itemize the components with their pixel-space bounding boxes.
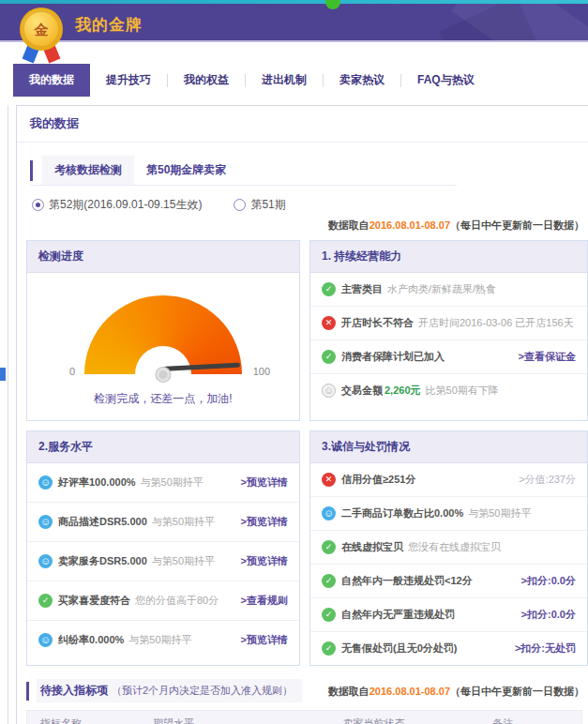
metric-row: ✓ 在线虚拟宝贝 您没有在线虚拟宝贝	[310, 530, 587, 564]
metric-detail: 您没有在线虚拟宝贝	[408, 540, 501, 554]
check-icon: ✓	[322, 540, 336, 554]
tab-seller-buzz[interactable]: 卖家热议	[324, 64, 400, 97]
col-header-remark: 备注	[430, 711, 581, 724]
check-icon: ✓	[322, 608, 336, 622]
metric-title: 开店时长不符合	[341, 316, 414, 330]
tab-entry-exit[interactable]: 进出机制	[246, 64, 323, 97]
metric-detail: 比第50期有下降	[426, 384, 499, 398]
check-icon: ✓	[322, 641, 336, 656]
smile-icon: ☺	[38, 633, 53, 647]
metric-title: 好评率100.000%	[58, 475, 136, 490]
metric-title: 自然年内无严重违规处罚	[341, 608, 455, 622]
deduction-link[interactable]: >扣分:0.0分	[521, 574, 576, 588]
metric-detail: 与第50期持平	[468, 506, 531, 520]
metric-title: 消费者保障计划已加入	[341, 350, 445, 364]
metric-row: ✕ 信用分值≥251分 >分值:237分	[310, 463, 587, 496]
metric-title: 信用分值≥251分	[341, 473, 415, 487]
col-header-indicator: 指标名称	[27, 711, 149, 724]
nav-tabs: 我的数据 提升技巧 我的权益 进出机制 卖家热议 FAQ与热议	[13, 64, 490, 97]
top-teal-strip	[0, 0, 588, 4]
page-title: 我的金牌	[75, 14, 143, 36]
subtab-assessment-check[interactable]: 考核数据检测	[42, 156, 134, 185]
metric-title: 交易金额	[341, 384, 383, 398]
panel-service-level: 2.服务水平 ☺ 好评率100.000% 与第50期持平 >预览详情 ☺ 商品描…	[26, 430, 300, 666]
radio-period52[interactable]	[32, 199, 44, 211]
metric-title: 卖家服务DSR5.000	[58, 554, 147, 568]
tab-my-data[interactable]: 我的数据	[13, 64, 90, 97]
metric-title: 无售假处罚(且无0分处罚)	[341, 641, 457, 656]
data-note-prefix: 数据取自	[328, 219, 369, 231]
page-left-border	[8, 105, 8, 724]
card-title: 我的数据	[17, 106, 588, 143]
metric-row: ✓ 买家喜爱度符合 您的分值高于80分 >查看规则	[27, 581, 299, 620]
preview-details-link[interactable]: >预览详情	[241, 554, 288, 568]
neutral-face-icon: ☺	[322, 384, 336, 398]
gauge-chart: 0 100	[84, 295, 242, 374]
metric-title: 商品描述DSR5.000	[58, 515, 147, 529]
metric-row: ☺ 好评率100.000% 与第50期持平 >预览详情	[27, 463, 299, 502]
view-deposit-link[interactable]: >查看保证金	[519, 350, 576, 364]
gauge-caption: 检测完成，还差一点，加油!	[27, 391, 299, 407]
metric-row: ✓ 消费者保障计划已加入 >查看保证金	[310, 339, 587, 373]
metric-row: ☺ 卖家服务DSR5.000 与第50期持平 >预览详情	[27, 541, 299, 581]
preview-details-link[interactable]: >预览详情	[241, 475, 288, 490]
table-header-row: 指标名称 期望水平 卖家当前状态 备注	[27, 711, 581, 724]
gauge-max-label: 100	[253, 366, 270, 377]
preview-details-link[interactable]: >预览详情	[241, 633, 288, 647]
pending-subtitle: （预计2个月内决定是否加入准入规则）	[112, 684, 293, 698]
deduction-link[interactable]: >扣分:无处罚	[515, 641, 576, 656]
metric-row: ✓ 自然年内无严重违规处罚 >扣分:0.0分	[310, 597, 587, 631]
metric-title: 主营类目	[341, 282, 383, 296]
metric-row: ☺ 纠纷率0.000% 与第50期持平 >预览详情	[27, 620, 299, 659]
check-icon: ✓	[322, 282, 336, 296]
check-icon: ✓	[322, 574, 336, 588]
gauge-body: 0 100 检测完成，还差一点，加油!	[27, 273, 299, 420]
data-source-note: 数据取自2016.08.01-08.07（每日中午更新前一日数据）	[328, 679, 588, 702]
metric-title: 在线虚拟宝贝	[341, 540, 403, 554]
my-data-card: 我的数据 考核数据检测 第50期金牌卖家 第52期(2016.09.01-09.…	[16, 105, 588, 724]
preview-details-link[interactable]: >预览详情	[241, 515, 288, 529]
metric-title: 纠纷率0.000%	[58, 633, 124, 647]
data-note-suffix: （每日中午更新前一日数据）	[450, 219, 584, 231]
radio-period51[interactable]	[234, 199, 246, 211]
metric-detail: 与第50期持平	[128, 633, 191, 647]
pending-accent-bar	[26, 682, 29, 701]
tab-faq[interactable]: FAQ与热议	[401, 64, 490, 97]
metric-detail: 与第50期持平	[152, 554, 215, 568]
subtab-accent-bar	[30, 160, 33, 181]
data-note-date: 2016.08.01-08.07	[369, 219, 450, 231]
cross-icon: ✕	[322, 316, 336, 330]
cross-icon: ✕	[322, 473, 336, 487]
metric-row: ☺ 商品描述DSR5.000 与第50期持平 >预览详情	[27, 502, 299, 541]
period52-label[interactable]: 第52期(2016.09.01-09.15生效)	[49, 197, 202, 213]
tab-my-benefits[interactable]: 我的权益	[168, 64, 245, 97]
period51-label[interactable]: 第51期	[250, 197, 285, 213]
view-rules-link[interactable]: >查看规则	[241, 594, 288, 608]
period-selector: 第52期(2016.09.01-09.15生效) 第51期	[32, 197, 588, 213]
metric-row: ✓ 主营类目 水产肉类/新鲜蔬果/熟食	[310, 273, 587, 306]
deduction-link[interactable]: >扣分:0.0分	[521, 608, 576, 622]
metric-detail: 您的分值高于80分	[135, 594, 219, 608]
smile-icon: ☺	[38, 475, 53, 490]
panel-title: 2.服务水平	[27, 431, 299, 463]
check-icon: ✓	[322, 350, 336, 364]
subtab-period50-sellers[interactable]: 第50期金牌卖家	[134, 156, 238, 185]
panel-grid: 检测进度 0 100 检测完成，还差一点，加油! 1. 持续经营能力 ✓ 主营类…	[26, 240, 588, 666]
data-note-date: 2016.08.01-08.07	[369, 686, 450, 697]
pending-title-chip: 待接入指标项 （预计2个月内决定是否加入准入规则）	[37, 679, 302, 702]
panel-title: 3.诚信与处罚情况	[310, 431, 587, 463]
metric-value: 2,260元	[384, 384, 421, 398]
side-feedback-tab[interactable]	[0, 368, 6, 381]
panel-title: 1. 持续经营能力	[310, 241, 587, 273]
pending-table: 指标名称 期望水平 卖家当前状态 备注 24 发货速度 平均发货时长≤24小时 …	[26, 710, 582, 724]
metric-row: ☺ 二手商品订单数占比0.00% 与第50期持平	[310, 496, 587, 530]
data-note-prefix: 数据取自	[328, 686, 369, 697]
data-source-note: 数据取自2016.08.01-08.07（每日中午更新前一日数据）	[17, 213, 588, 236]
panel-operating-ability: 1. 持续经营能力 ✓ 主营类目 水产肉类/新鲜蔬果/熟食 ✕ 开店时长不符合 …	[309, 240, 588, 421]
pending-section-header: 待接入指标项 （预计2个月内决定是否加入准入规则） 数据取自2016.08.01…	[26, 679, 588, 702]
metric-title: 自然年内一般违规处罚<12分	[341, 574, 473, 588]
panel-integrity-penalty: 3.诚信与处罚情况 ✕ 信用分值≥251分 >分值:237分 ☺ 二手商品订单数…	[309, 430, 588, 666]
smile-icon: ☺	[38, 554, 53, 568]
tab-improve-skills[interactable]: 提升技巧	[90, 64, 167, 97]
metric-title: 买家喜爱度符合	[58, 594, 130, 608]
